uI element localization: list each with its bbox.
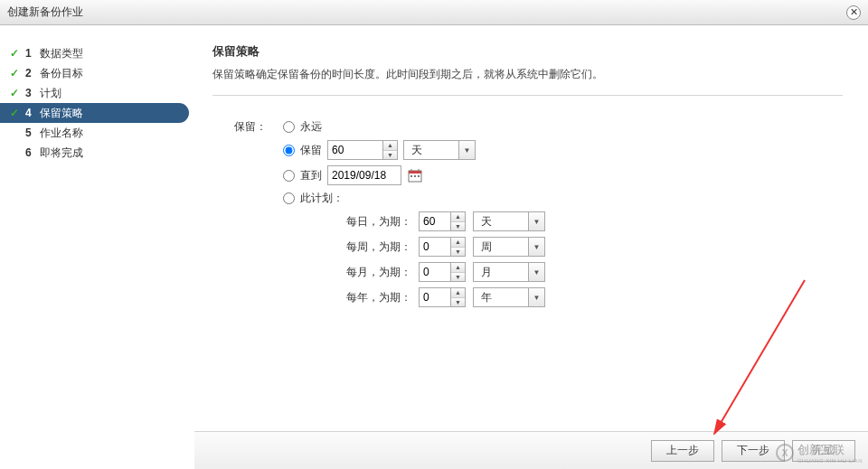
yearly-unit-select[interactable]: 年 ▼ xyxy=(473,287,545,307)
step-label: 计划 xyxy=(40,86,61,101)
monthly-spinner[interactable]: ▲▼ xyxy=(419,262,466,282)
monthly-unit-select[interactable]: 月 ▼ xyxy=(473,262,545,282)
svg-rect-4 xyxy=(410,175,412,177)
weekly-label: 每周，为期： xyxy=(339,239,411,255)
spinner-up-icon[interactable]: ▲ xyxy=(383,141,397,151)
daily-input[interactable] xyxy=(420,212,450,230)
radio-keep[interactable] xyxy=(283,145,295,156)
keep-value-spinner[interactable]: ▲ ▼ xyxy=(327,140,398,160)
wizard-step-5[interactable]: ✓5作业名称 xyxy=(0,123,194,143)
step-label: 即将完成 xyxy=(40,145,83,161)
until-date-input[interactable] xyxy=(327,165,401,185)
step-label: 保留策略 xyxy=(40,106,83,121)
step-number: 3 xyxy=(25,87,34,99)
wizard-footer: 上一步 下一步 完成 xyxy=(194,431,868,469)
step-number: 4 xyxy=(25,107,34,119)
page-description: 保留策略确定保留备份的时间长度。此时间段到期之后，就将从系统中删除它们。 xyxy=(212,67,843,82)
step-number: 2 xyxy=(25,67,34,80)
step-label: 数据类型 xyxy=(40,46,83,61)
spinner-up-icon[interactable]: ▲ xyxy=(451,238,465,248)
check-icon: ✓ xyxy=(9,87,20,99)
keep-unit-select[interactable]: 天 ▼ xyxy=(403,140,476,160)
radio-schedule-label: 此计划： xyxy=(300,191,344,206)
daily-label: 每日，为期： xyxy=(339,214,411,230)
weekly-input[interactable] xyxy=(420,238,450,256)
spinner-down-icon[interactable]: ▼ xyxy=(451,273,465,282)
spinner-up-icon[interactable]: ▲ xyxy=(451,263,465,273)
check-icon: ✓ xyxy=(9,67,20,80)
spinner-down-icon[interactable]: ▼ xyxy=(451,248,465,257)
monthly-row: 每月，为期： ▲▼ 月 ▼ xyxy=(339,262,843,282)
radio-until-label: 直到 xyxy=(300,168,322,183)
svg-rect-6 xyxy=(418,175,420,177)
daily-unit-value: 天 xyxy=(474,212,528,230)
radio-forever-label: 永远 xyxy=(300,119,322,135)
chevron-down-icon: ▼ xyxy=(528,238,544,256)
yearly-row: 每年，为期： ▲▼ 年 ▼ xyxy=(339,287,843,307)
daily-row: 每日，为期： ▲▼ 天 ▼ xyxy=(339,211,843,231)
keep-unit-value: 天 xyxy=(404,141,458,159)
spinner-up-icon[interactable]: ▲ xyxy=(451,212,465,222)
chevron-down-icon: ▼ xyxy=(458,141,475,159)
retain-row: 保留： 永远 xyxy=(231,119,843,135)
page-title: 保留策略 xyxy=(212,43,843,60)
check-icon: ✓ xyxy=(9,47,20,60)
monthly-input[interactable] xyxy=(420,263,450,281)
chevron-down-icon: ▼ xyxy=(528,288,544,306)
svg-rect-5 xyxy=(414,175,416,177)
radio-keep-label: 保留 xyxy=(300,143,322,158)
weekly-row: 每周，为期： ▲▼ 周 ▼ xyxy=(339,237,843,257)
wizard-step-1[interactable]: ✓1数据类型 xyxy=(0,43,194,63)
content-panel: 保留策略 保留策略确定保留备份的时间长度。此时间段到期之后，就将从系统中删除它们… xyxy=(194,25,868,431)
daily-unit-select[interactable]: 天 ▼ xyxy=(473,211,545,231)
wizard-step-6[interactable]: ✓6即将完成 xyxy=(0,143,194,163)
keep-value-input[interactable] xyxy=(328,141,382,159)
weekly-spinner[interactable]: ▲▼ xyxy=(419,237,466,257)
finish-button: 完成 xyxy=(792,440,855,462)
yearly-spinner[interactable]: ▲▼ xyxy=(419,287,466,307)
step-number: 1 xyxy=(25,47,34,60)
yearly-unit-value: 年 xyxy=(474,288,528,306)
yearly-input[interactable] xyxy=(420,288,450,306)
main-area: ✓1数据类型✓2备份目标✓3计划✓4保留策略✓5作业名称✓6即将完成 保留策略 … xyxy=(0,25,868,431)
radio-forever[interactable] xyxy=(283,121,295,133)
next-button[interactable]: 下一步 xyxy=(722,440,785,462)
wizard-step-2[interactable]: ✓2备份目标 xyxy=(0,63,194,83)
yearly-label: 每年，为期： xyxy=(339,290,411,305)
chevron-down-icon: ▼ xyxy=(528,263,544,281)
spinner-down-icon[interactable]: ▼ xyxy=(451,298,465,307)
schedule-row: 此计划： xyxy=(283,191,843,206)
chevron-down-icon: ▼ xyxy=(528,212,544,230)
retain-form: 保留： 永远 保留 ▲ ▼ 天 ▼ xyxy=(212,119,843,307)
prev-button[interactable]: 上一步 xyxy=(651,440,714,462)
close-icon[interactable]: ✕ xyxy=(846,5,861,20)
weekly-unit-value: 周 xyxy=(474,238,528,256)
svg-rect-1 xyxy=(409,171,421,174)
title-bar: 创建新备份作业 ✕ xyxy=(0,0,868,25)
keep-row: 保留 ▲ ▼ 天 ▼ xyxy=(283,140,843,160)
window-title: 创建新备份作业 xyxy=(7,5,83,20)
until-row: 直到 xyxy=(283,165,843,185)
spinner-down-icon[interactable]: ▼ xyxy=(451,222,465,231)
step-label: 作业名称 xyxy=(40,126,83,141)
wizard-step-4[interactable]: ✓4保留策略 xyxy=(0,103,189,123)
retain-label: 保留： xyxy=(231,119,274,135)
radio-until[interactable] xyxy=(283,170,295,182)
check-icon: ✓ xyxy=(9,107,20,119)
step-label: 备份目标 xyxy=(40,66,83,81)
spinner-up-icon[interactable]: ▲ xyxy=(451,288,465,298)
wizard-step-3[interactable]: ✓3计划 xyxy=(0,83,194,103)
weekly-unit-select[interactable]: 周 ▼ xyxy=(473,237,545,257)
step-number: 6 xyxy=(25,146,34,159)
monthly-unit-value: 月 xyxy=(474,263,528,281)
monthly-label: 每月，为期： xyxy=(339,265,411,280)
daily-spinner[interactable]: ▲▼ xyxy=(419,211,466,231)
step-number: 5 xyxy=(25,127,34,139)
wizard-sidebar: ✓1数据类型✓2备份目标✓3计划✓4保留策略✓5作业名称✓6即将完成 xyxy=(0,25,194,431)
spinner-down-icon[interactable]: ▼ xyxy=(383,151,397,160)
divider xyxy=(212,95,843,96)
calendar-icon[interactable] xyxy=(407,167,423,183)
radio-schedule[interactable] xyxy=(283,192,295,204)
